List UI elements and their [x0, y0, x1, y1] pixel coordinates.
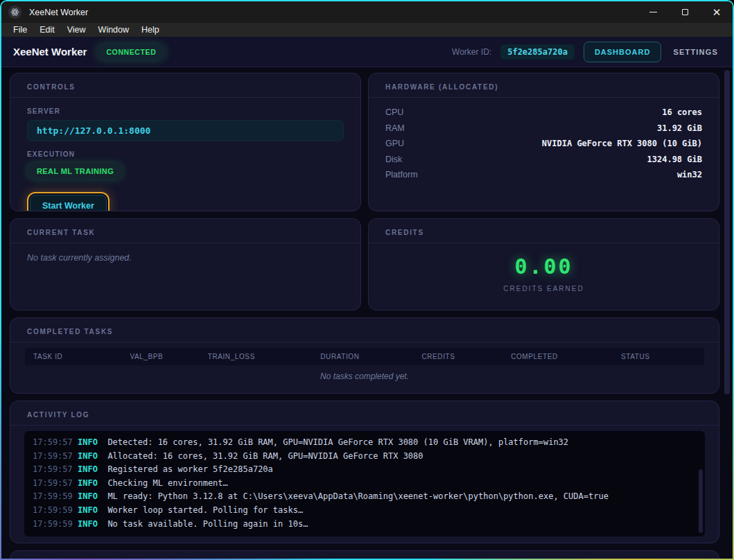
current-task-panel-title: CURRENT TASK: [10, 219, 360, 243]
credits-panel: CREDITS 0.00 CREDITS EARNED: [368, 218, 719, 310]
log-time: 17:59:57: [33, 437, 73, 447]
window-controls: ✕: [637, 1, 733, 23]
hardware-panel: HARDWARE (ALLOCATED) CPU 16 cores RAM 31…: [368, 73, 719, 211]
settings-button[interactable]: SETTINGS: [670, 42, 721, 62]
hardware-row-disk: Disk 1324.98 GiB: [385, 155, 702, 164]
window-scrollbar-thumb[interactable]: [724, 70, 730, 394]
column-credits: CREDITS: [421, 353, 511, 360]
log-message: No task available. Polling again in 10s…: [107, 519, 308, 529]
log-time: 17:59:59: [33, 519, 73, 529]
window-title: XeeNet Worker: [29, 8, 88, 17]
log-entry: 17:59:57 INFO Registered as worker 5f2e2…: [33, 463, 705, 477]
log-level: INFO: [78, 437, 98, 447]
current-task-panel: CURRENT TASK No task currently assigned.: [10, 218, 361, 310]
close-icon: ✕: [713, 7, 722, 17]
hardware-row-ram: RAM 31.92 GiB: [385, 123, 702, 133]
hardware-row-platform: Platform win32: [385, 170, 702, 180]
activity-log-panel-title: ACTIVITY LOG: [10, 401, 719, 426]
dashboard-button[interactable]: DASHBOARD: [584, 42, 662, 62]
log-time: 17:59:57: [33, 451, 73, 461]
server-label: SERVER: [27, 107, 344, 115]
start-worker-button[interactable]: Start Worker: [30, 195, 107, 211]
page-title: XeeNet Worker: [13, 46, 87, 58]
log-level: INFO: [78, 491, 98, 501]
menubar: File Edit View Window Help: [1, 23, 733, 37]
log-entry: 17:59:57 INFO Detected: 16 cores, 31.92 …: [33, 436, 705, 450]
log-entry: 17:59:59 INFO ML ready: Python 3.12.8 at…: [33, 490, 705, 504]
hw-value: 1324.98 GiB: [647, 155, 702, 164]
partial-bottom-panel: [10, 550, 719, 559]
log-entry: 17:59:59 INFO No task available. Polling…: [33, 518, 705, 532]
log-level: INFO: [78, 478, 98, 488]
connection-status-badge: CONNECTED: [97, 44, 165, 60]
log-time: 17:59:59: [33, 491, 73, 501]
header-actions: Worker ID: 5f2e285a720a DASHBOARD SETTIN…: [452, 42, 721, 62]
controls-panel-title: CONTROLS: [10, 73, 360, 98]
hardware-row-cpu: CPU 16 cores: [385, 107, 702, 117]
log-time: 17:59:57: [33, 464, 73, 474]
close-button[interactable]: ✕: [701, 1, 733, 23]
hw-label: CPU: [385, 107, 403, 117]
column-train-loss: TRAIN_LOSS: [208, 353, 321, 360]
column-duration: DURATION: [320, 353, 421, 360]
log-level: INFO: [78, 519, 98, 529]
hw-value: 16 cores: [662, 107, 702, 117]
log-message: Checking ML environment…: [107, 478, 227, 488]
log-scrollbar-thumb[interactable]: [699, 469, 703, 533]
server-input[interactable]: [27, 120, 344, 141]
menu-help[interactable]: Help: [135, 25, 166, 35]
minimize-button[interactable]: [637, 1, 669, 23]
log-entry: 17:59:59 INFO Worker loop started. Polli…: [33, 504, 705, 518]
hardware-panel-title: HARDWARE (ALLOCATED): [369, 73, 719, 98]
worker-id-value: 5f2e285a720a: [500, 44, 575, 60]
hw-label: Platform: [385, 170, 418, 180]
completed-tasks-panel: COMPLETED TASKS TASK ID VAL_BPB TRAIN_LO…: [10, 317, 719, 394]
log-message: Allocated: 16 cores, 31.92 GiB RAM, GPU=…: [107, 451, 423, 461]
minimize-icon: [649, 12, 657, 12]
log-time: 17:59:57: [33, 478, 73, 488]
menu-window[interactable]: Window: [92, 25, 135, 35]
current-task-empty-message: No task currently assigned.: [27, 253, 344, 263]
hw-label: RAM: [385, 123, 405, 133]
log-level: INFO: [78, 451, 98, 461]
log-level: INFO: [78, 505, 98, 515]
credits-caption: CREDITS EARNED: [503, 285, 584, 292]
column-val-bpb: VAL_BPB: [130, 353, 207, 360]
titlebar[interactable]: XeeNet Worker ✕: [1, 1, 733, 23]
maximize-icon: [682, 9, 688, 15]
log-message: Worker loop started. Polling for tasks…: [107, 505, 303, 515]
credits-panel-title: CREDITS: [369, 219, 719, 243]
menu-file[interactable]: File: [7, 25, 33, 35]
column-completed: COMPLETED: [511, 353, 621, 360]
credits-amount: 0.00: [514, 254, 573, 279]
tasks-empty-message: No tasks completed yet.: [10, 371, 719, 381]
hw-value: NVIDIA GeForce RTX 3080 (10 GiB): [542, 139, 702, 148]
completed-tasks-panel-title: COMPLETED TASKS: [10, 318, 719, 342]
hw-label: Disk: [385, 155, 402, 164]
log-message: ML ready: Python 3.12.8 at C:\Users\xeev…: [107, 491, 608, 501]
hw-value: win32: [677, 170, 702, 180]
app-icon: [8, 6, 21, 19]
menu-edit[interactable]: Edit: [33, 25, 61, 35]
activity-log[interactable]: 17:59:57 INFO Detected: 16 cores, 31.92 …: [24, 431, 705, 536]
column-status: STATUS: [621, 353, 704, 360]
app-window: XeeNet Worker ✕ File Edit View Window He…: [1, 1, 733, 559]
hardware-row-gpu: GPU NVIDIA GeForce RTX 3080 (10 GiB): [385, 139, 702, 148]
hw-label: GPU: [385, 139, 404, 148]
activity-log-panel: ACTIVITY LOG 17:59:57 INFO Detected: 16 …: [10, 401, 719, 543]
menu-view[interactable]: View: [61, 25, 92, 35]
execution-mode-badge: REAL ML TRAINING: [27, 163, 123, 180]
hw-value: 31.92 GiB: [657, 123, 702, 133]
controls-panel: CONTROLS SERVER EXECUTION REAL ML TRAINI…: [10, 73, 361, 211]
app-header: XeeNet Worker CONNECTED Worker ID: 5f2e2…: [1, 37, 733, 67]
log-level: INFO: [78, 464, 98, 474]
log-message: Detected: 16 cores, 31.92 GiB RAM, GPU=N…: [107, 437, 568, 447]
log-entry: 17:59:57 INFO Checking ML environment…: [33, 477, 705, 491]
window-frame: XeeNet Worker ✕ File Edit View Window He…: [0, 0, 734, 560]
log-entry: 17:59:57 INFO Allocated: 16 cores, 31.92…: [33, 450, 705, 464]
execution-label: EXECUTION: [27, 150, 344, 158]
maximize-button[interactable]: [669, 1, 701, 23]
main-content: CONTROLS SERVER EXECUTION REAL ML TRAINI…: [1, 67, 733, 559]
log-time: 17:59:59: [33, 505, 73, 515]
worker-id-label: Worker ID:: [452, 47, 491, 57]
